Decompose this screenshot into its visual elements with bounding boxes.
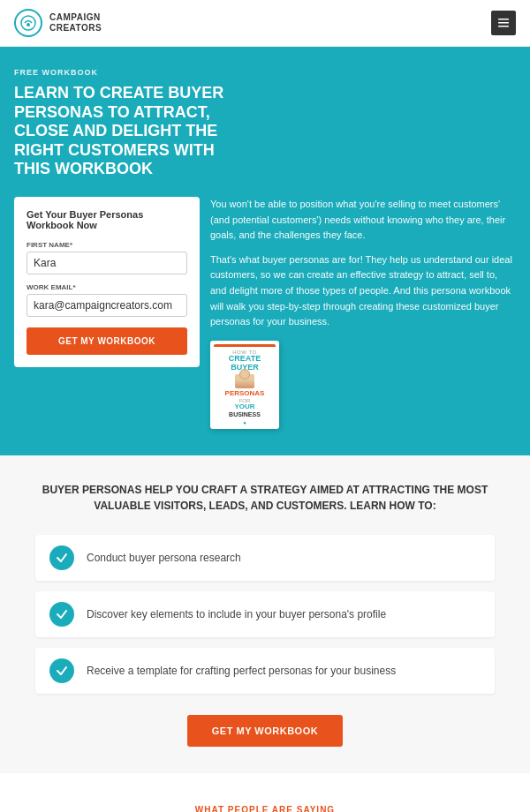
first-name-label: FIRST NAME* [26, 241, 187, 249]
email-input[interactable] [26, 294, 187, 317]
site-header: CAMPAIGN CREATORS [0, 0, 530, 47]
checklist-title: BUYER PERSONAS HELP YOU CRAFT A STRATEGY… [35, 482, 495, 514]
menu-button[interactable] [491, 11, 516, 35]
checklist-item-3: Receive a template for crafting perfect … [35, 648, 495, 694]
form-box-title: Get Your Buyer Personas Workbook Now [26, 209, 187, 230]
hero-label: FREE WORKBOOK [14, 68, 516, 77]
logo[interactable]: CAMPAIGN CREATORS [14, 9, 102, 37]
book-cover: HOW TO CREATEBUYER PERSONAS for YOUR BUS… [210, 341, 279, 429]
hero-form-box: Get Your Buyer Personas Workbook Now FIR… [14, 197, 200, 367]
check-icon-3 [49, 658, 74, 683]
logo-icon [14, 9, 42, 37]
logo-text: CAMPAIGN CREATORS [49, 12, 102, 34]
svg-rect-3 [498, 22, 509, 24]
svg-rect-2 [498, 19, 509, 20]
first-name-input[interactable] [26, 252, 187, 274]
check-icon-2 [49, 602, 74, 627]
checklist-item-text-2: Discover key elements to include in your… [87, 608, 386, 620]
check-icon-1 [49, 545, 74, 570]
testimonial-label: WHAT PEOPLE ARE SAYING [14, 805, 516, 812]
checklist-item-text-1: Conduct buyer persona research [87, 552, 241, 564]
checklist-item-text-3: Receive a template for crafting perfect … [87, 665, 396, 677]
hero-text-2: That's what buyer personas are for! They… [210, 252, 516, 330]
hero-text-1: You won't be able to position what you'r… [210, 197, 516, 244]
testimonial-section: WHAT PEOPLE ARE SAYING ‹ “We had a datab… [0, 773, 530, 812]
checklist-item-2: Discover key elements to include in your… [35, 591, 495, 637]
svg-rect-4 [498, 26, 509, 27]
hero-section: FREE WORKBOOK LEARN TO CREATE BUYER PERS… [0, 47, 530, 455]
checklist-cta-button[interactable]: GET MY WORKBOOK [187, 715, 343, 747]
svg-point-1 [26, 23, 30, 26]
hero-title: LEARN TO CREATE BUYER PERSONAS TO ATTRAC… [14, 84, 226, 179]
checklist-items: Conduct buyer persona research Discover … [35, 535, 495, 694]
checklist-section: BUYER PERSONAS HELP YOU CRAFT A STRATEGY… [0, 455, 530, 773]
email-label: WORK EMAIL* [26, 283, 187, 291]
checklist-item-1: Conduct buyer persona research [35, 535, 495, 581]
hero-cta-button[interactable]: GET MY WORKBOOK [26, 327, 187, 355]
